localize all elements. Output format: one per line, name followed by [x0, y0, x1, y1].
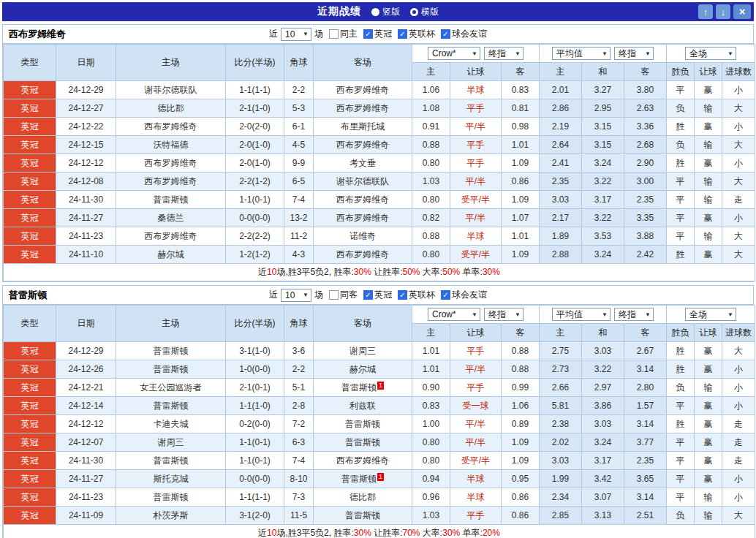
team-link[interactable]: 利兹联: [349, 401, 376, 411]
team-link[interactable]: 西布罗姆维奇: [145, 158, 197, 168]
full-match-select[interactable]: 全场▼: [685, 308, 736, 321]
filter-checkbox[interactable]: ✓球会友谊: [441, 28, 487, 40]
checkbox-checked-icon[interactable]: ✓: [441, 290, 450, 300]
home-team-cell[interactable]: 普雷斯顿: [116, 342, 226, 360]
away-team-cell[interactable]: 普雷斯顿1: [314, 379, 412, 397]
team-link[interactable]: 考文垂: [349, 158, 376, 168]
filter-checkbox[interactable]: ✓英冠: [363, 28, 392, 40]
arrow-up-icon[interactable]: ↑: [698, 4, 713, 19]
team-link[interactable]: 普雷斯顿: [341, 382, 377, 393]
team-name[interactable]: 西布罗姆维奇: [9, 28, 66, 41]
team-link[interactable]: 赫尔城: [158, 249, 184, 259]
home-team-cell[interactable]: 赫尔城: [116, 246, 226, 264]
home-team-cell[interactable]: 卡迪夫城: [116, 415, 226, 433]
team-link[interactable]: 西布罗姆维奇: [336, 213, 389, 223]
team-link[interactable]: 谢周三: [349, 346, 376, 356]
home-team-cell[interactable]: 西布罗姆维奇: [116, 118, 226, 136]
away-team-cell[interactable]: 普雷斯顿: [314, 415, 412, 433]
final-index-select[interactable]: 终指▼: [614, 47, 654, 60]
team-link[interactable]: 桑德兰: [158, 213, 184, 223]
away-team-cell[interactable]: 西布罗姆维奇: [314, 136, 412, 154]
team-link[interactable]: 西布罗姆维奇: [336, 194, 389, 205]
filter-checkbox[interactable]: 同主: [329, 28, 358, 40]
filter-checkbox[interactable]: ✓球会友谊: [441, 289, 487, 301]
away-team-cell[interactable]: 西布罗姆维奇: [314, 452, 412, 470]
layout-radio-vertical[interactable]: 竖版: [371, 6, 400, 18]
arrow-down-icon[interactable]: ↓: [716, 4, 730, 19]
team-link[interactable]: 德比郡: [158, 103, 184, 113]
checkbox-unchecked-icon[interactable]: [329, 290, 339, 300]
team-link[interactable]: 普雷斯顿: [345, 437, 380, 447]
home-team-cell[interactable]: 普雷斯顿: [116, 452, 226, 470]
home-team-cell[interactable]: 普雷斯顿: [116, 191, 226, 209]
team-link[interactable]: 卡迪夫城: [154, 419, 189, 429]
team-link[interactable]: 谢周三: [158, 437, 184, 447]
away-team-cell[interactable]: 赫尔城: [314, 360, 412, 379]
team-link[interactable]: 布里斯托城: [341, 121, 385, 132]
team-link[interactable]: 沃特福德: [154, 140, 189, 150]
home-team-cell[interactable]: 普雷斯顿: [116, 360, 226, 379]
away-team-cell[interactable]: 西布罗姆维奇: [314, 209, 412, 227]
home-team-cell[interactable]: 西布罗姆维奇: [116, 227, 226, 246]
away-team-cell[interactable]: 利兹联: [314, 397, 412, 415]
team-link[interactable]: 诺维奇: [349, 231, 376, 241]
recent-count-select[interactable]: 10▼: [281, 28, 311, 41]
away-team-cell[interactable]: 谢菲尔德联队: [314, 173, 412, 191]
home-team-cell[interactable]: 沃特福德: [116, 136, 226, 154]
team-link[interactable]: 普雷斯顿: [154, 194, 189, 205]
team-name[interactable]: 普雷斯顿: [9, 289, 47, 302]
away-team-cell[interactable]: 西布罗姆维奇: [314, 99, 412, 118]
team-link[interactable]: 普雷斯顿: [154, 346, 189, 356]
final-index-select[interactable]: 终指▼: [614, 308, 654, 321]
team-link[interactable]: 普雷斯顿: [345, 419, 380, 429]
away-team-cell[interactable]: 谢周三: [314, 342, 412, 360]
team-link[interactable]: 西布罗姆维奇: [336, 249, 389, 259]
team-link[interactable]: 普雷斯顿: [154, 364, 189, 374]
close-icon[interactable]: ×: [733, 4, 751, 19]
bookmaker-select[interactable]: Crow*▼: [428, 308, 480, 321]
team-link[interactable]: 德比郡: [349, 492, 376, 502]
away-team-cell[interactable]: 西布罗姆维奇: [314, 81, 412, 99]
team-link[interactable]: 西布罗姆维奇: [336, 455, 389, 466]
home-team-cell[interactable]: 西布罗姆维奇: [116, 173, 226, 191]
team-link[interactable]: 西布罗姆维奇: [145, 176, 197, 186]
home-team-cell[interactable]: 朴茨茅斯: [116, 507, 226, 525]
away-team-cell[interactable]: 普雷斯顿: [314, 433, 412, 452]
team-link[interactable]: 西布罗姆维奇: [145, 231, 197, 241]
team-link[interactable]: 西布罗姆维奇: [336, 140, 389, 150]
final-index-select[interactable]: 终指▼: [484, 308, 523, 321]
home-team-cell[interactable]: 普雷斯顿: [116, 397, 226, 415]
home-team-cell[interactable]: 桑德兰: [116, 209, 226, 227]
away-team-cell[interactable]: 德比郡: [314, 488, 412, 507]
team-link[interactable]: 普雷斯顿: [345, 510, 380, 520]
home-team-cell[interactable]: 西布罗姆维奇: [116, 154, 226, 173]
checkbox-unchecked-icon[interactable]: [329, 29, 339, 39]
team-link[interactable]: 西布罗姆维奇: [336, 103, 389, 113]
radio-icon[interactable]: [371, 8, 379, 16]
average-select[interactable]: 平均值▼: [552, 308, 611, 321]
filter-checkbox[interactable]: ✓英冠: [363, 289, 392, 301]
checkbox-checked-icon[interactable]: ✓: [398, 290, 407, 300]
home-team-cell[interactable]: 女王公园巡游者: [116, 379, 226, 397]
home-team-cell[interactable]: 德比郡: [116, 99, 226, 118]
team-link[interactable]: 斯托克城: [154, 474, 189, 484]
away-team-cell[interactable]: 普雷斯顿: [314, 507, 412, 525]
team-link[interactable]: 赫尔城: [349, 364, 376, 374]
team-link[interactable]: 朴茨茅斯: [154, 510, 189, 520]
team-link[interactable]: 谢菲尔德联队: [145, 85, 197, 95]
home-team-cell[interactable]: 普雷斯顿: [116, 488, 226, 507]
team-link[interactable]: 谢菲尔德联队: [336, 176, 389, 186]
filter-checkbox[interactable]: ✓英联杯: [398, 28, 435, 40]
radio-icon[interactable]: [410, 8, 418, 16]
team-link[interactable]: 普雷斯顿: [341, 474, 377, 484]
home-team-cell[interactable]: 谢菲尔德联队: [116, 81, 226, 99]
team-link[interactable]: 女王公园巡游者: [140, 382, 202, 393]
recent-count-select[interactable]: 10▼: [281, 289, 311, 302]
team-link[interactable]: 普雷斯顿: [154, 455, 189, 466]
home-team-cell[interactable]: 谢周三: [116, 433, 226, 452]
filter-checkbox[interactable]: ✓英联杯: [398, 289, 435, 301]
filter-checkbox[interactable]: 同客: [329, 289, 358, 301]
checkbox-checked-icon[interactable]: ✓: [363, 29, 373, 39]
layout-radio-horizontal[interactable]: 横版: [410, 6, 439, 18]
team-link[interactable]: 西布罗姆维奇: [145, 121, 197, 132]
